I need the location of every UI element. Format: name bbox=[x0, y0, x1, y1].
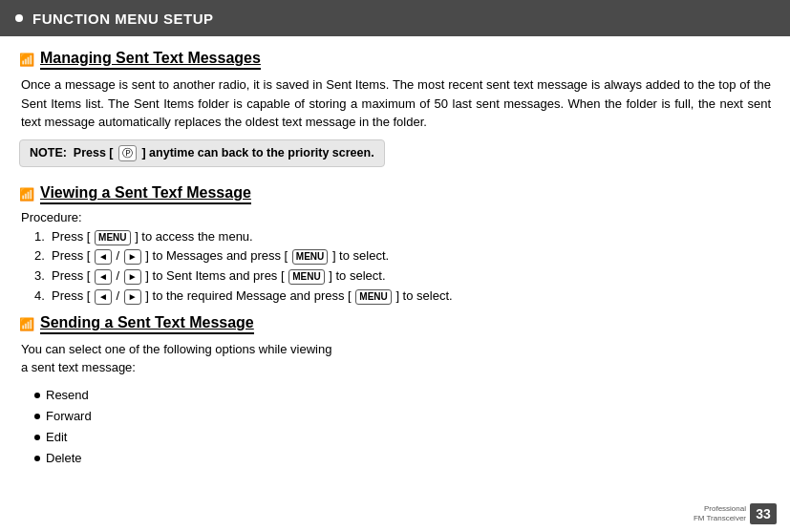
sending-icon: 📶 bbox=[19, 317, 34, 331]
note-key-icon: Ⓟ bbox=[118, 145, 137, 161]
header-title: FUNCTION MENU SETUP bbox=[32, 11, 214, 27]
page-header: FUNCTION MENU SETUP bbox=[0, 0, 790, 36]
left-key2: ◄ bbox=[95, 269, 112, 285]
option-resend: Resend bbox=[46, 385, 89, 406]
note-box: NOTE: Press [ Ⓟ ] anytime can back to th… bbox=[19, 139, 385, 167]
sending-options-list: Resend Forward Edit Delete bbox=[19, 385, 771, 469]
header-bullet bbox=[15, 14, 23, 22]
menu-key2: MENU bbox=[292, 249, 328, 265]
bullet-dot bbox=[34, 435, 40, 440]
left-key: ◄ bbox=[95, 249, 112, 265]
page-number-badge: 33 bbox=[750, 503, 777, 524]
bullet-dot bbox=[34, 414, 40, 419]
footer-brand: Professional FM Transceiver bbox=[694, 504, 746, 524]
procedure-list: 1. Press [ MENU ] to access the menu. 2.… bbox=[19, 227, 771, 307]
brand-line2: FM Transceiver bbox=[694, 514, 746, 523]
list-item: Edit bbox=[34, 427, 771, 448]
managing-title: Managing Sent Text Messages bbox=[40, 50, 261, 70]
right-key: ► bbox=[124, 249, 141, 265]
viewing-icon: 📶 bbox=[19, 187, 34, 202]
page-number: 33 bbox=[756, 506, 771, 521]
sending-heading: 📶 Sending a Sent Text Message bbox=[19, 314, 771, 334]
managing-icon: 📶 bbox=[19, 53, 34, 67]
main-content: 📶 Managing Sent Text Messages Once a mes… bbox=[0, 36, 790, 486]
managing-body: Once a message is sent to another radio,… bbox=[19, 75, 771, 132]
managing-heading: 📶 Managing Sent Text Messages bbox=[19, 50, 771, 70]
viewing-section: 📶 Viewing a Sent Texf Message Procedure:… bbox=[19, 184, 771, 307]
option-delete: Delete bbox=[46, 448, 82, 469]
option-edit: Edit bbox=[46, 427, 67, 448]
menu-key3: MENU bbox=[288, 269, 324, 285]
bullet-dot bbox=[34, 393, 40, 398]
right-key3: ► bbox=[124, 289, 141, 305]
brand-line1: Professional bbox=[694, 504, 746, 514]
sending-intro: You can select one of the following opti… bbox=[19, 340, 771, 377]
viewing-title: Viewing a Sent Texf Message bbox=[40, 184, 251, 204]
list-item: 2. Press [ ◄ / ► ] to Messages and press… bbox=[34, 246, 771, 266]
menu-key4: MENU bbox=[355, 289, 391, 305]
list-item: Delete bbox=[34, 448, 771, 469]
managing-section: 📶 Managing Sent Text Messages Once a mes… bbox=[19, 50, 771, 177]
list-item: Forward bbox=[34, 406, 771, 427]
list-item: 3. Press [ ◄ / ► ] to Sent Items and pre… bbox=[34, 266, 771, 287]
sending-title: Sending a Sent Text Message bbox=[40, 314, 254, 334]
note-text-prefix: NOTE: Press [ Ⓟ ] anytime can back to th… bbox=[30, 146, 374, 160]
right-key2: ► bbox=[124, 269, 141, 285]
left-key3: ◄ bbox=[95, 289, 112, 305]
sending-section: 📶 Sending a Sent Text Message You can se… bbox=[19, 314, 771, 469]
viewing-heading: 📶 Viewing a Sent Texf Message bbox=[19, 184, 771, 204]
page-footer: Professional FM Transceiver 33 bbox=[694, 503, 777, 524]
list-item: 1. Press [ MENU ] to access the menu. bbox=[34, 227, 771, 247]
bullet-dot bbox=[34, 456, 40, 461]
menu-key: MENU bbox=[95, 230, 130, 245]
option-forward: Forward bbox=[46, 406, 92, 427]
procedure-label: Procedure: bbox=[19, 210, 771, 224]
list-item: Resend bbox=[34, 385, 771, 406]
list-item: 4. Press [ ◄ / ► ] to the required Messa… bbox=[34, 287, 771, 307]
